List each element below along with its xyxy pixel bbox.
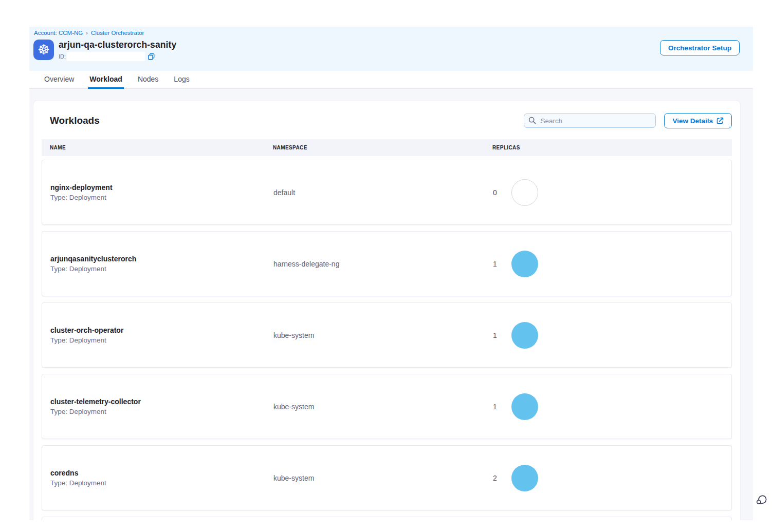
breadcrumb-account-link[interactable]: Account: CCM-NG bbox=[34, 30, 83, 36]
column-header-name: NAME bbox=[50, 145, 273, 150]
table-header-row: NAME NAMESPACE REPLICAS bbox=[42, 139, 732, 156]
orchestrator-setup-button[interactable]: Orchestrator Setup bbox=[660, 40, 740, 55]
workload-namespace: kube-system bbox=[273, 403, 493, 411]
search-icon bbox=[528, 117, 536, 124]
workload-namespace: kube-system bbox=[273, 474, 493, 482]
workload-replicas-cell: 0 bbox=[493, 179, 723, 206]
table-row[interactable]: cluster-orch-operator Type: Deployment k… bbox=[42, 302, 732, 368]
table-row[interactable]: coredns Type: Deployment kube-system 2 bbox=[42, 445, 732, 510]
workload-replicas-cell: 1 bbox=[493, 251, 723, 277]
workload-name-cell: coredns Type: Deployment bbox=[50, 469, 273, 487]
column-header-replicas: REPLICAS bbox=[492, 145, 724, 150]
cluster-id-redacted bbox=[67, 52, 145, 61]
column-header-namespace: NAMESPACE bbox=[273, 145, 492, 150]
workloads-card-header: Workloads View Details bbox=[42, 113, 732, 128]
page-header: Account: CCM-NG › Cluster Orchestrator ☸… bbox=[29, 27, 753, 71]
table-row-partially-visible[interactable] bbox=[42, 517, 732, 520]
search-input[interactable] bbox=[524, 113, 656, 128]
tab-workload[interactable]: Workload bbox=[88, 71, 124, 89]
workload-name: cluster-orch-operator bbox=[50, 326, 273, 334]
tab-bar: Overview Workload Nodes Logs bbox=[29, 71, 753, 89]
table-row[interactable]: nginx-deployment Type: Deployment defaul… bbox=[42, 160, 732, 225]
workload-namespace: kube-system bbox=[273, 331, 493, 339]
content-area: Workloads View Details bbox=[29, 89, 753, 520]
replica-status-circle bbox=[511, 179, 538, 206]
workload-rows: nginx-deployment Type: Deployment defaul… bbox=[42, 160, 732, 520]
card-header-actions: View Details bbox=[524, 113, 732, 128]
title-column: arjun-qa-clusterorch-sanity ID: bbox=[59, 40, 176, 61]
copy-icon[interactable] bbox=[148, 53, 155, 60]
view-details-label: View Details bbox=[672, 117, 713, 125]
workload-name-cell: arjunqasanityclusterorch Type: Deploymen… bbox=[50, 255, 273, 273]
replicas-count: 1 bbox=[493, 403, 497, 411]
workload-name-cell: nginx-deployment Type: Deployment bbox=[50, 183, 273, 201]
workload-name: coredns bbox=[50, 469, 273, 477]
table-row[interactable]: cluster-telemetry-collector Type: Deploy… bbox=[42, 374, 732, 439]
workload-name: arjunqasanityclusterorch bbox=[50, 255, 273, 263]
workloads-title: Workloads bbox=[50, 115, 100, 126]
workload-replicas-cell: 2 bbox=[493, 465, 723, 491]
replicas-count: 0 bbox=[493, 188, 497, 197]
replicas-count: 1 bbox=[493, 260, 497, 268]
breadcrumb: Account: CCM-NG › Cluster Orchestrator bbox=[33, 30, 176, 36]
cluster-id-row: ID: bbox=[59, 52, 176, 61]
breadcrumb-chevron-icon: › bbox=[86, 30, 88, 36]
external-link-icon bbox=[716, 117, 724, 124]
workload-type: Type: Deployment bbox=[50, 265, 273, 273]
view-details-button[interactable]: View Details bbox=[664, 113, 732, 128]
page-title: arjun-qa-clusterorch-sanity bbox=[59, 40, 176, 50]
header-left: Account: CCM-NG › Cluster Orchestrator ☸… bbox=[33, 30, 176, 71]
tab-logs[interactable]: Logs bbox=[172, 71, 191, 89]
cluster-id-label: ID: bbox=[59, 53, 66, 60]
help-chat-icon[interactable] bbox=[753, 491, 769, 507]
workload-name-cell: cluster-orch-operator Type: Deployment bbox=[50, 326, 273, 344]
workload-name: nginx-deployment bbox=[50, 183, 273, 192]
workload-replicas-cell: 1 bbox=[493, 393, 723, 420]
workloads-card: Workloads View Details bbox=[33, 101, 740, 520]
search-box bbox=[524, 113, 656, 128]
kubernetes-icon: ☸ bbox=[33, 40, 54, 60]
tab-nodes[interactable]: Nodes bbox=[136, 71, 160, 89]
replica-status-circle bbox=[511, 465, 538, 491]
title-row: ☸ arjun-qa-clusterorch-sanity ID: bbox=[33, 40, 176, 61]
replica-status-circle bbox=[511, 322, 538, 349]
replicas-count: 1 bbox=[493, 331, 497, 339]
workload-type: Type: Deployment bbox=[50, 194, 273, 201]
workload-type: Type: Deployment bbox=[50, 336, 273, 344]
breadcrumb-section-link[interactable]: Cluster Orchestrator bbox=[91, 30, 144, 36]
cluster-orchestrator-app: Account: CCM-NG › Cluster Orchestrator ☸… bbox=[29, 27, 753, 520]
workload-name-cell: cluster-telemetry-collector Type: Deploy… bbox=[50, 397, 273, 415]
replica-status-circle bbox=[511, 393, 538, 420]
workload-namespace: harness-delegate-ng bbox=[273, 260, 493, 268]
workload-name: cluster-telemetry-collector bbox=[50, 397, 273, 406]
tab-overview[interactable]: Overview bbox=[43, 71, 76, 89]
table-row[interactable]: arjunqasanityclusterorch Type: Deploymen… bbox=[42, 231, 732, 296]
workload-type: Type: Deployment bbox=[50, 479, 273, 487]
workload-type: Type: Deployment bbox=[50, 408, 273, 415]
replica-status-circle bbox=[511, 251, 538, 277]
workload-namespace: default bbox=[273, 188, 493, 197]
workload-replicas-cell: 1 bbox=[493, 322, 723, 349]
replicas-count: 2 bbox=[493, 474, 497, 482]
